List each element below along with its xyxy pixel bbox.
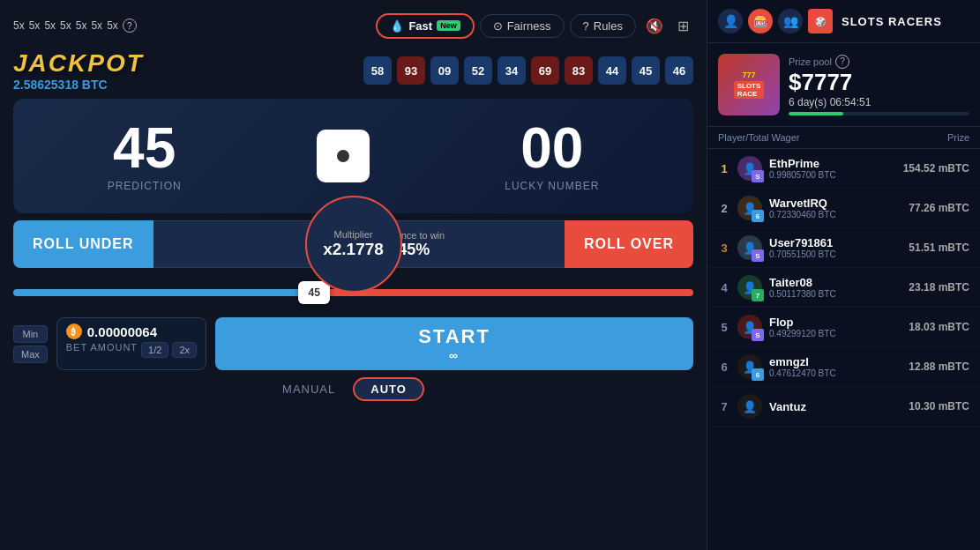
slots-racers-title: SLOTS RACERS — [842, 15, 942, 28]
prize-info: Prize pool ? $7777 6 day(s) 06:54:51 — [789, 55, 969, 115]
hist-2: 5x — [29, 19, 41, 32]
lb-level-5: S — [752, 329, 764, 341]
lb-avatar-7: 👤 — [737, 394, 762, 419]
tab-auto[interactable]: AUTO — [353, 377, 424, 401]
max-button[interactable]: Max — [13, 346, 48, 363]
lb-player-2: WarvetIRQ 0.72330460 BTC — [769, 197, 901, 219]
prediction-block: 45 PREDICTION — [108, 120, 182, 192]
hist-7: 5x — [107, 19, 118, 32]
lb-wager-4: 0.50117380 BTC — [769, 289, 901, 299]
recent-num-4[interactable]: 52 — [464, 56, 492, 85]
lb-avatar-wrap-7: 👤 — [737, 394, 762, 419]
fairness-icon: ⊙ — [493, 19, 503, 33]
lb-name-7: Vantuz — [769, 400, 901, 413]
sidebar-icon-flame[interactable]: 🎰 — [748, 9, 773, 33]
hist-5: 5x — [76, 19, 87, 32]
recent-num-2[interactable]: 93 — [397, 56, 425, 85]
recent-num-6[interactable]: 69 — [531, 56, 559, 85]
fast-button[interactable]: 💧 Fast New — [376, 13, 474, 39]
lucky-number-label: LUCKY NUMBER — [505, 180, 599, 192]
lb-row-5: 5 👤 S Flop 0.49299120 BTC 18.03 mBTC — [707, 308, 980, 347]
lb-row-1: 1 👤 S EthPrime 0.99805700 BTC 154.52 mBT… — [707, 149, 980, 189]
recent-num-5[interactable]: 34 — [497, 56, 526, 85]
lb-avatar-wrap-5: 👤 S — [737, 315, 762, 339]
lb-level-2: 6 — [752, 210, 764, 222]
recent-num-3[interactable]: 09 — [430, 56, 459, 85]
fairness-button[interactable]: ⊙ Fairness — [480, 14, 565, 38]
recent-num-8[interactable]: 44 — [598, 56, 626, 85]
recent-num-7[interactable]: 83 — [565, 56, 593, 85]
fairness-label: Fairness — [507, 19, 551, 33]
progress-fill — [789, 112, 843, 115]
lb-row-2: 2 👤 6 WarvetIRQ 0.72330460 BTC 77.26 mBT… — [707, 189, 980, 228]
lb-level-4: 7 — [752, 289, 764, 301]
bet-controls: Min Max ₿ 0.00000064 BET AMOUNT 1/2 2x S… — [13, 317, 693, 370]
half-button[interactable]: 1/2 — [141, 342, 168, 358]
lb-prize-4: 23.18 mBTC — [909, 281, 969, 294]
lb-level-1: S — [752, 170, 764, 182]
lb-header-prize: Prize — [947, 132, 969, 143]
lb-rank-3: 3 — [718, 242, 730, 255]
history-help-icon[interactable]: ? — [123, 19, 137, 33]
water-icon: 💧 — [390, 19, 404, 33]
multiplier-circle-label: Multiplier — [333, 229, 372, 240]
lb-level-6: 6 — [752, 368, 764, 381]
roll-under-button[interactable]: ROLL UNDER — [13, 220, 153, 268]
recent-num-10[interactable]: 46 — [665, 56, 693, 85]
grid-button[interactable]: ⊞ — [673, 13, 693, 39]
lb-row-7: 7 👤 Vantuz 10.30 mBTC — [707, 387, 980, 427]
slider-value: 45 — [309, 286, 320, 299]
lb-rank-5: 5 — [718, 321, 730, 334]
lb-wager-3: 0.70551500 BTC — [769, 249, 901, 259]
hist-3: 5x — [44, 19, 56, 32]
dice-dot — [337, 150, 349, 162]
lb-header: Player/Total Wager Prize — [707, 127, 980, 149]
lucky-number-value: 00 — [505, 120, 599, 176]
lb-prize-7: 10.30 mBTC — [909, 400, 969, 412]
prize-label-text: Prize pool — [789, 56, 832, 67]
right-sidebar: 👤 🎰 👥 🎲 SLOTS RACERS 777 SLOTSRACE Prize… — [707, 0, 980, 550]
sidebar-icon-avatar[interactable]: 👤 — [718, 9, 743, 33]
game-tabs: MANUAL AUTO — [13, 377, 693, 401]
lb-name-1: EthPrime — [769, 157, 896, 170]
mute-button[interactable]: 🔇 — [641, 13, 668, 39]
recent-num-1[interactable]: 58 — [363, 56, 392, 85]
lb-avatar-wrap-2: 👤 6 — [737, 196, 762, 220]
recent-num-9[interactable]: 45 — [632, 56, 660, 85]
lb-wager-2: 0.72330460 BTC — [769, 210, 901, 219]
sidebar-icon-people[interactable]: 👥 — [778, 9, 803, 33]
lb-row-6: 6 👤 6 emngzI 0.47612470 BTC 12.88 mBTC — [707, 347, 980, 387]
bet-amount-top: ₿ 0.00000064 — [66, 323, 197, 339]
lb-player-1: EthPrime 0.99805700 BTC — [769, 157, 896, 180]
min-button[interactable]: Min — [13, 325, 48, 343]
hist-4: 5x — [60, 19, 71, 32]
lb-avatar-wrap-3: 👤 S — [737, 235, 762, 260]
lb-level-3: S — [752, 249, 764, 262]
lb-rank-6: 6 — [718, 360, 730, 374]
lb-wager-5: 0.49299120 BTC — [769, 329, 901, 338]
start-button[interactable]: START ∞ — [215, 317, 693, 370]
dice-icon — [317, 130, 370, 182]
min-max-col: Min Max — [13, 317, 48, 370]
lb-rank-2: 2 — [718, 202, 730, 215]
multiplier-circle-value: x2.1778 — [323, 240, 384, 259]
jackpot-row: JACKPOT 2.58625318 BTC 58 93 09 52 34 69… — [13, 49, 693, 92]
lb-player-5: Flop 0.49299120 BTC — [769, 316, 901, 338]
leaderboard: Player/Total Wager Prize 1 👤 S EthPrime … — [707, 127, 980, 550]
bet-amount-box: ₿ 0.00000064 BET AMOUNT 1/2 2x — [56, 317, 206, 370]
hist-1: 5x — [13, 19, 25, 32]
lb-player-4: Taiter08 0.50117380 BTC — [769, 276, 901, 299]
prize-help-icon[interactable]: ? — [835, 55, 849, 69]
double-button[interactable]: 2x — [172, 342, 197, 358]
tab-manual[interactable]: MANUAL — [282, 383, 335, 396]
slots-icon: 🎲 — [808, 9, 833, 33]
slider-thumb[interactable]: 45 — [298, 281, 330, 304]
lb-name-2: WarvetIRQ — [769, 197, 901, 210]
rules-button[interactable]: ? Rules — [570, 14, 636, 38]
bet-amount-label: BET AMOUNT — [66, 342, 138, 358]
roll-over-button[interactable]: ROLL OVER — [565, 220, 693, 268]
start-label: START — [418, 325, 490, 348]
top-nav: 💧 Fast New ⊙ Fairness ? Rules 🔇 ⊞ — [376, 13, 693, 39]
lb-player-3: User791861 0.70551500 BTC — [769, 236, 901, 259]
lb-name-3: User791861 — [769, 236, 901, 249]
